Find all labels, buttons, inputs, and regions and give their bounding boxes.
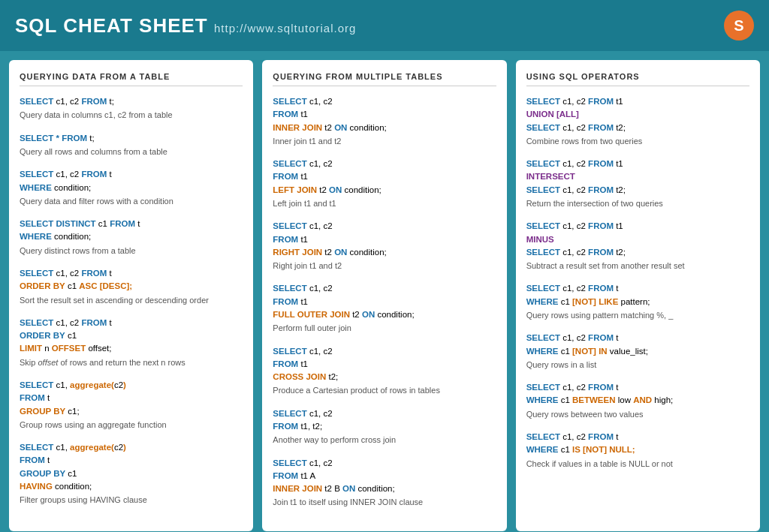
code-left-join: SELECT c1, c2 FROM t1 LEFT JOIN t2 ON co…	[273, 158, 496, 197]
section-select-star: SELECT * FROM t; Query all rows and colu…	[20, 132, 243, 158]
code-like: SELECT c1, c2 FROM t WHERE c1 [NOT] LIKE…	[526, 282, 749, 308]
desc-select-orderby: Sort the result set in ascending or desc…	[20, 295, 243, 306]
code-inner-join: SELECT c1, c2 FROM t1 INNER JOIN t2 ON c…	[273, 95, 496, 134]
section-select-limit: SELECT c1, c2 FROM t ORDER BY c1 LIMIT n…	[20, 317, 243, 368]
code-minus: SELECT c1, c2 FROM t1 MINUS SELECT c1, c…	[526, 220, 749, 259]
section-select-c1c2: SELECT c1, c2 FROM t; Query data in colu…	[20, 95, 243, 122]
code-cross-join: SELECT c1, c2 FROM t1 CROSS JOIN t2;	[273, 345, 496, 384]
section-in: SELECT c1, c2 FROM t WHERE c1 [NOT] IN v…	[526, 332, 749, 371]
desc-left-join: Left join t1 and t1	[273, 198, 496, 209]
section-between: SELECT c1, c2 FROM t WHERE c1 BETWEEN lo…	[526, 381, 749, 420]
panel-title-operators: USING SQL OPERATORS	[526, 72, 749, 86]
panel-querying-single: QUERYING DATA FROM A TABLE SELECT c1, c2…	[9, 60, 253, 531]
code-right-join: SELECT c1, c2 FROM t1 RIGHT JOIN t2 ON c…	[273, 220, 496, 259]
desc-select-c1c2: Query data in columns c1, c2 from a tabl…	[20, 110, 243, 121]
header-left: SQL CHEAT SHEET http://www.sqltutorial.o…	[15, 14, 356, 38]
section-select-groupby: SELECT c1, aggregate(c2) FROM t GROUP BY…	[20, 379, 243, 431]
section-select-where: SELECT c1, c2 FROM t WHERE condition; Qu…	[20, 168, 243, 207]
section-like: SELECT c1, c2 FROM t WHERE c1 [NOT] LIKE…	[526, 282, 749, 321]
desc-like: Query rows using pattern matching %, _	[526, 310, 749, 321]
panel-title-single: QUERYING DATA FROM A TABLE	[20, 72, 243, 86]
section-select-distinct: SELECT DISTINCT c1 FROM t WHERE conditio…	[20, 218, 243, 257]
header: SQL CHEAT SHEET http://www.sqltutorial.o…	[0, 0, 769, 51]
title-text: SQL CHEAT SHEET	[15, 14, 208, 37]
desc-select-where: Query data and filter rows with a condit…	[20, 196, 243, 207]
page-title: SQL CHEAT SHEET http://www.sqltutorial.o…	[15, 14, 356, 38]
code-select-limit: SELECT c1, c2 FROM t ORDER BY c1 LIMIT n…	[20, 317, 243, 356]
section-select-orderby: SELECT c1, c2 FROM t ORDER BY c1 ASC [DE…	[20, 267, 243, 306]
section-inner-join: SELECT c1, c2 FROM t1 INNER JOIN t2 ON c…	[273, 95, 496, 147]
code-intersect: SELECT c1, c2 FROM t1 INTERSECT SELECT c…	[526, 158, 749, 197]
section-union: SELECT c1, c2 FROM t1 UNION [ALL] SELECT…	[526, 95, 749, 147]
code-select-c1c2: SELECT c1, c2 FROM t;	[20, 95, 243, 108]
code-union: SELECT c1, c2 FROM t1 UNION [ALL] SELECT…	[526, 95, 749, 134]
desc-cross-join: Produce a Cartesian product of rows in t…	[273, 385, 496, 396]
desc-inner-join: Inner join t1 and t2	[273, 136, 496, 147]
section-full-outer-join: SELECT c1, c2 FROM t1 FULL OUTER JOIN t2…	[273, 282, 496, 334]
code-between: SELECT c1, c2 FROM t WHERE c1 BETWEEN lo…	[526, 381, 749, 407]
section-cross-join: SELECT c1, c2 FROM t1 CROSS JOIN t2; Pro…	[273, 345, 496, 397]
header-url: http://www.sqltutorial.org	[214, 22, 356, 35]
desc-minus: Subtract a result set from another resul…	[526, 260, 749, 272]
code-full-outer-join: SELECT c1, c2 FROM t1 FULL OUTER JOIN t2…	[273, 282, 496, 321]
site-logo: S	[724, 11, 754, 41]
code-select-distinct: SELECT DISTINCT c1 FROM t WHERE conditio…	[20, 218, 243, 244]
desc-cross-join-alt: Another way to perform cross join	[273, 434, 496, 446]
desc-isnull: Check if values in a table is NULL or no…	[526, 458, 749, 470]
code-cross-join-alt: SELECT c1, c2 FROM t1, t2;	[273, 407, 496, 434]
section-select-having: SELECT c1, aggregate(c2) FROM t GROUP BY…	[20, 441, 243, 506]
code-self-join: SELECT c1, c2 FROM t1 A INNER JOIN t2 B …	[273, 457, 496, 496]
section-minus: SELECT c1, c2 FROM t1 MINUS SELECT c1, c…	[526, 220, 749, 272]
panel-title-multiple: QUERYING FROM MULTIPLE TABLES	[273, 72, 496, 86]
section-right-join: SELECT c1, c2 FROM t1 RIGHT JOIN t2 ON c…	[273, 220, 496, 272]
desc-select-limit: Skip offset of rows and return the next …	[20, 357, 243, 368]
desc-select-groupby: Group rows using an aggregate function	[20, 419, 243, 431]
panel-querying-multiple: QUERYING FROM MULTIPLE TABLES SELECT c1,…	[262, 60, 506, 531]
desc-select-star: Query all rows and columns from a table	[20, 146, 243, 158]
code-select-groupby: SELECT c1, aggregate(c2) FROM t GROUP BY…	[20, 379, 243, 418]
desc-right-join: Right join t1 and t2	[273, 260, 496, 272]
section-isnull: SELECT c1, c2 FROM t WHERE c1 IS [NOT] N…	[526, 431, 749, 470]
code-select-having: SELECT c1, aggregate(c2) FROM t GROUP BY…	[20, 441, 243, 493]
desc-select-having: Filter groups using HAVING clause	[20, 494, 243, 506]
desc-in: Query rows in a list	[526, 359, 749, 371]
section-left-join: SELECT c1, c2 FROM t1 LEFT JOIN t2 ON co…	[273, 158, 496, 209]
main-content: QUERYING DATA FROM A TABLE SELECT c1, c2…	[0, 51, 769, 532]
desc-intersect: Return the intersection of two queries	[526, 198, 749, 209]
panel-sql-operators: USING SQL OPERATORS SELECT c1, c2 FROM t…	[516, 60, 760, 531]
desc-self-join: Join t1 to itself using INNER JOIN claus…	[273, 497, 496, 508]
code-isnull: SELECT c1, c2 FROM t WHERE c1 IS [NOT] N…	[526, 431, 749, 457]
desc-union: Combine rows from two queries	[526, 136, 749, 147]
desc-full-outer-join: Perform full outer join	[273, 323, 496, 334]
desc-between: Query rows between two values	[526, 409, 749, 420]
section-intersect: SELECT c1, c2 FROM t1 INTERSECT SELECT c…	[526, 158, 749, 209]
desc-select-distinct: Query distinct rows from a table	[20, 245, 243, 257]
code-select-where: SELECT c1, c2 FROM t WHERE condition;	[20, 168, 243, 194]
code-select-star: SELECT * FROM t;	[20, 132, 243, 145]
section-self-join: SELECT c1, c2 FROM t1 A INNER JOIN t2 B …	[273, 457, 496, 509]
code-in: SELECT c1, c2 FROM t WHERE c1 [NOT] IN v…	[526, 332, 749, 358]
section-cross-join-alt: SELECT c1, c2 FROM t1, t2; Another way t…	[273, 407, 496, 446]
code-select-orderby: SELECT c1, c2 FROM t ORDER BY c1 ASC [DE…	[20, 267, 243, 293]
